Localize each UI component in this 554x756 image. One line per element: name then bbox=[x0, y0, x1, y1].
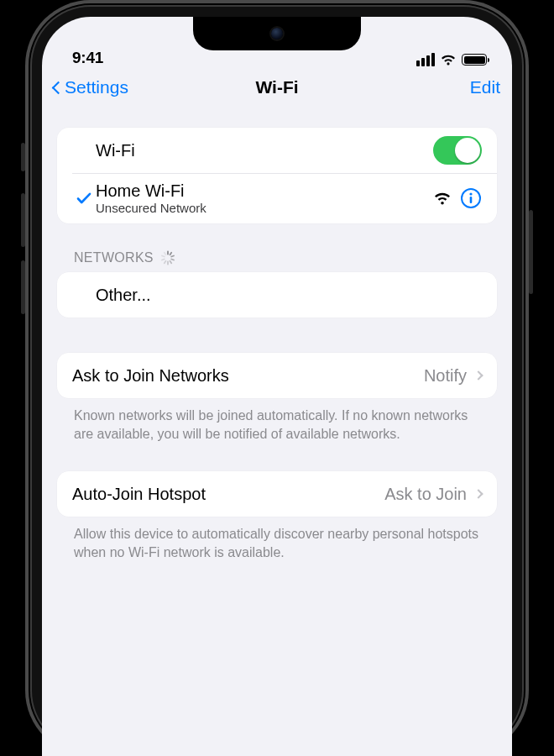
screen: 9:41 Settings Wi-Fi Edit Wi-Fi bbox=[42, 17, 512, 756]
svg-line-12 bbox=[165, 253, 166, 255]
other-network-row[interactable]: Other... bbox=[57, 272, 497, 318]
svg-line-9 bbox=[165, 261, 166, 264]
svg-line-6 bbox=[171, 260, 174, 260]
networks-header-label: NETWORKS bbox=[74, 250, 154, 265]
wifi-group: Wi-Fi Home Wi-Fi Unsecured Network bbox=[57, 128, 497, 223]
notch bbox=[193, 17, 361, 50]
svg-point-1 bbox=[469, 192, 472, 195]
connected-network-row[interactable]: Home Wi-Fi Unsecured Network bbox=[57, 173, 497, 223]
svg-line-11 bbox=[162, 256, 165, 257]
wifi-toggle-label: Wi-Fi bbox=[96, 141, 433, 160]
ask-join-value: Notify bbox=[424, 366, 467, 386]
battery-icon bbox=[462, 54, 487, 66]
status-time: 9:41 bbox=[72, 49, 103, 67]
auto-hotspot-label: Auto-Join Hotspot bbox=[72, 485, 384, 504]
phone-frame: 9:41 Settings Wi-Fi Edit Wi-Fi bbox=[25, 0, 529, 756]
power-button bbox=[529, 210, 533, 294]
content: Wi-Fi Home Wi-Fi Unsecured Network bbox=[42, 128, 512, 561]
chevron-left-icon bbox=[52, 81, 65, 94]
auto-hotspot-row[interactable]: Auto-Join Hotspot Ask to Join bbox=[57, 471, 497, 517]
ask-join-group: Ask to Join Networks Notify bbox=[57, 353, 497, 398]
edit-button[interactable]: Edit bbox=[470, 77, 500, 97]
svg-line-4 bbox=[170, 253, 171, 255]
svg-line-10 bbox=[162, 260, 165, 260]
ask-join-row[interactable]: Ask to Join Networks Notify bbox=[57, 353, 497, 398]
spinner-icon bbox=[160, 250, 175, 265]
svg-line-5 bbox=[171, 256, 174, 257]
back-button[interactable]: Settings bbox=[54, 77, 128, 97]
connected-network-subtitle: Unsecured Network bbox=[96, 201, 433, 215]
info-button[interactable] bbox=[460, 187, 482, 209]
checkmark-icon bbox=[76, 190, 92, 207]
chevron-right-icon bbox=[473, 490, 483, 499]
other-network-label: Other... bbox=[96, 286, 482, 305]
camera-dot bbox=[271, 28, 283, 39]
status-icons bbox=[416, 53, 487, 67]
auto-hotspot-footer: Allow this device to automatically disco… bbox=[57, 517, 497, 561]
ask-join-footer: Known networks will be joined automatica… bbox=[57, 398, 497, 443]
auto-hotspot-value: Ask to Join bbox=[384, 485, 467, 504]
back-label: Settings bbox=[65, 77, 128, 97]
ask-join-label: Ask to Join Networks bbox=[72, 366, 424, 386]
svg-line-7 bbox=[170, 261, 171, 264]
networks-header: NETWORKS bbox=[74, 250, 494, 265]
wifi-switch[interactable] bbox=[433, 136, 482, 165]
networks-group: Other... bbox=[57, 272, 497, 318]
wifi-toggle-row[interactable]: Wi-Fi bbox=[57, 128, 497, 173]
chevron-right-icon bbox=[473, 370, 483, 380]
auto-hotspot-group: Auto-Join Hotspot Ask to Join bbox=[57, 471, 497, 517]
svg-rect-2 bbox=[470, 197, 473, 203]
cellular-icon bbox=[416, 53, 435, 66]
nav-bar: Settings Wi-Fi Edit bbox=[42, 67, 512, 108]
connected-network-name: Home Wi-Fi bbox=[96, 181, 433, 201]
signal-icon bbox=[433, 192, 452, 206]
wifi-icon bbox=[440, 54, 457, 66]
